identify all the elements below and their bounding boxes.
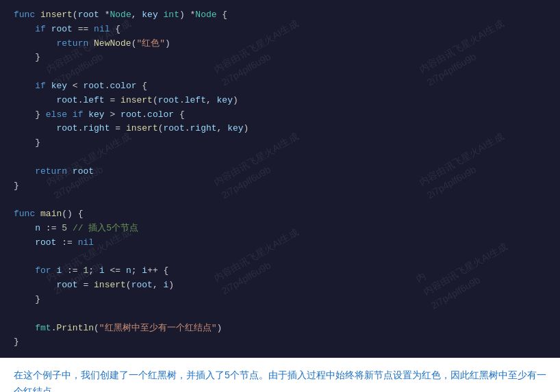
code-line: } <box>14 136 546 151</box>
code-line: n := 5 // 插入5个节点 <box>14 222 546 236</box>
code-line: } <box>14 293 546 307</box>
code-line: } <box>14 179 546 194</box>
code-line: fmt.Println("红黑树中至少有一个红结点") <box>14 322 546 336</box>
code-line: return root <box>14 165 546 179</box>
code-line: return NewNode("红色") <box>14 37 546 51</box>
code-line <box>14 193 546 207</box>
code-line: root := nil <box>14 236 546 250</box>
code-line: } <box>14 335 546 350</box>
code-line: for i := 1; i <= n; i++ { <box>14 264 546 278</box>
code-line <box>14 307 546 322</box>
code-line: } <box>14 51 546 65</box>
code-line: func main() { <box>14 207 546 222</box>
code-block: 内容由讯飞星火AI生成2i7p4plf6u9b 内容由讯飞星火AI生成2i7p4… <box>0 0 560 358</box>
description-text: 在这个例子中，我们创建了一个红黑树，并插入了5个节点。由于插入过程中始终将新节点… <box>14 369 546 392</box>
code-line <box>14 151 546 165</box>
code-line: root.left = insert(root.left, key) <box>14 94 546 108</box>
description-block: 在这个例子中，我们创建了一个红黑树，并插入了5个节点。由于插入过程中始终将新节点… <box>0 358 560 392</box>
code-line: func insert(root *Node, key int) *Node { <box>14 8 546 23</box>
code-line <box>14 65 546 79</box>
code-line: } else if key > root.color { <box>14 108 546 122</box>
code-line: root = insert(root, i) <box>14 278 546 293</box>
code-line <box>14 250 546 265</box>
code-line: if key < root.color { <box>14 79 546 94</box>
code-line: if root == nil { <box>14 23 546 37</box>
code-line: root.right = insert(root.right, key) <box>14 122 546 136</box>
